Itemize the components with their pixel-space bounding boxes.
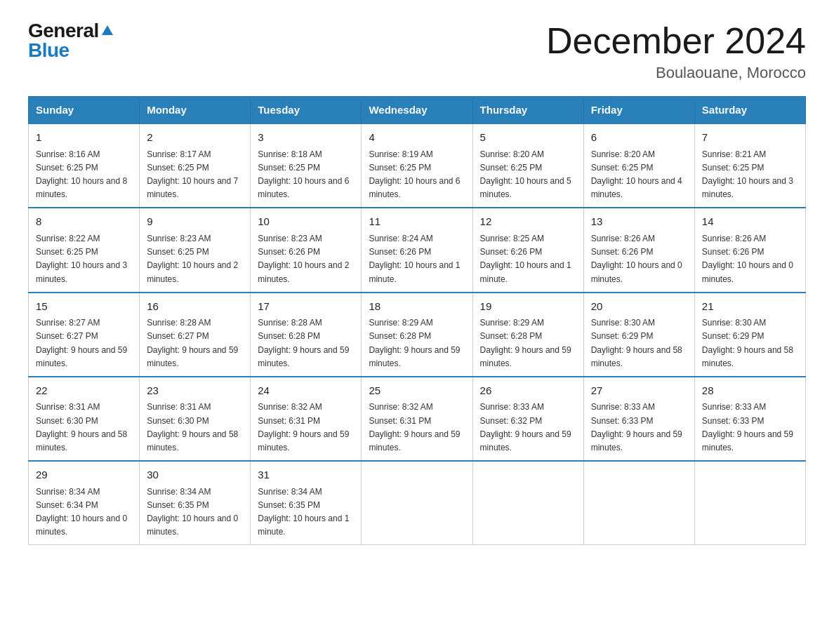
- week-row-2: 8 Sunrise: 8:22 AMSunset: 6:25 PMDayligh…: [29, 208, 806, 292]
- calendar-cell: 9 Sunrise: 8:23 AMSunset: 6:25 PMDayligh…: [140, 208, 251, 292]
- calendar-cell: 28 Sunrise: 8:33 AMSunset: 6:33 PMDaylig…: [694, 377, 805, 461]
- day-info: Sunrise: 8:29 AMSunset: 6:28 PMDaylight:…: [369, 318, 460, 368]
- day-info: Sunrise: 8:31 AMSunset: 6:30 PMDaylight:…: [147, 402, 238, 452]
- day-number: 1: [36, 130, 132, 146]
- calendar-cell: 8 Sunrise: 8:22 AMSunset: 6:25 PMDayligh…: [29, 208, 140, 292]
- day-number: 15: [36, 299, 132, 315]
- calendar-cell: 24 Sunrise: 8:32 AMSunset: 6:31 PMDaylig…: [251, 377, 362, 461]
- calendar-cell: [362, 461, 472, 545]
- header-thursday: Thursday: [472, 97, 583, 124]
- day-info: Sunrise: 8:23 AMSunset: 6:26 PMDaylight:…: [258, 234, 349, 284]
- calendar-cell: 12 Sunrise: 8:25 AMSunset: 6:26 PMDaylig…: [472, 208, 583, 292]
- day-number: 18: [369, 299, 465, 315]
- day-info: Sunrise: 8:33 AMSunset: 6:32 PMDaylight:…: [480, 402, 571, 452]
- day-info: Sunrise: 8:30 AMSunset: 6:29 PMDaylight:…: [591, 318, 682, 368]
- day-info: Sunrise: 8:17 AMSunset: 6:25 PMDaylight:…: [147, 149, 238, 200]
- calendar-cell: 23 Sunrise: 8:31 AMSunset: 6:30 PMDaylig…: [140, 377, 251, 461]
- day-number: 3: [258, 130, 354, 146]
- calendar-cell: 7 Sunrise: 8:21 AMSunset: 6:25 PMDayligh…: [694, 123, 805, 208]
- header-sunday: Sunday: [29, 97, 140, 124]
- day-info: Sunrise: 8:18 AMSunset: 6:25 PMDaylight:…: [258, 149, 349, 200]
- day-info: Sunrise: 8:30 AMSunset: 6:29 PMDaylight:…: [702, 318, 793, 368]
- header-tuesday: Tuesday: [251, 97, 362, 124]
- calendar-cell: 21 Sunrise: 8:30 AMSunset: 6:29 PMDaylig…: [694, 293, 805, 377]
- day-info: Sunrise: 8:29 AMSunset: 6:28 PMDaylight:…: [480, 318, 571, 368]
- day-number: 17: [258, 299, 354, 315]
- calendar-cell: 29 Sunrise: 8:34 AMSunset: 6:34 PMDaylig…: [29, 461, 140, 545]
- day-number: 13: [591, 214, 687, 230]
- calendar-cell: 31 Sunrise: 8:34 AMSunset: 6:35 PMDaylig…: [251, 461, 362, 545]
- calendar-cell: 5 Sunrise: 8:20 AMSunset: 6:25 PMDayligh…: [472, 123, 583, 208]
- calendar-cell: 3 Sunrise: 8:18 AMSunset: 6:25 PMDayligh…: [251, 123, 362, 208]
- day-info: Sunrise: 8:34 AMSunset: 6:35 PMDaylight:…: [147, 487, 238, 537]
- day-number: 24: [258, 383, 354, 399]
- calendar-cell: 10 Sunrise: 8:23 AMSunset: 6:26 PMDaylig…: [251, 208, 362, 292]
- day-info: Sunrise: 8:34 AMSunset: 6:34 PMDaylight:…: [36, 487, 127, 537]
- day-number: 2: [147, 130, 243, 146]
- day-info: Sunrise: 8:16 AMSunset: 6:25 PMDaylight:…: [36, 149, 127, 200]
- day-info: Sunrise: 8:26 AMSunset: 6:26 PMDaylight:…: [702, 234, 793, 284]
- day-number: 23: [147, 383, 243, 399]
- day-number: 8: [36, 214, 132, 230]
- calendar-cell: 2 Sunrise: 8:17 AMSunset: 6:25 PMDayligh…: [140, 123, 251, 208]
- day-number: 29: [36, 467, 132, 483]
- week-row-3: 15 Sunrise: 8:27 AMSunset: 6:27 PMDaylig…: [29, 293, 806, 377]
- calendar-cell: 14 Sunrise: 8:26 AMSunset: 6:26 PMDaylig…: [694, 208, 805, 292]
- day-number: 6: [591, 130, 687, 146]
- calendar-cell: 25 Sunrise: 8:32 AMSunset: 6:31 PMDaylig…: [362, 377, 472, 461]
- page-header: General Blue December 2024 Boulaouane, M…: [28, 21, 806, 82]
- day-number: 31: [258, 467, 354, 483]
- calendar-cell: 19 Sunrise: 8:29 AMSunset: 6:28 PMDaylig…: [472, 293, 583, 377]
- day-info: Sunrise: 8:28 AMSunset: 6:28 PMDaylight:…: [258, 318, 349, 368]
- calendar-cell: 30 Sunrise: 8:34 AMSunset: 6:35 PMDaylig…: [140, 461, 251, 545]
- day-info: Sunrise: 8:31 AMSunset: 6:30 PMDaylight:…: [36, 402, 127, 452]
- day-info: Sunrise: 8:21 AMSunset: 6:25 PMDaylight:…: [702, 149, 793, 200]
- calendar-cell: 6 Sunrise: 8:20 AMSunset: 6:25 PMDayligh…: [583, 123, 694, 208]
- day-number: 19: [480, 299, 576, 315]
- calendar-cell: [472, 461, 583, 545]
- day-number: 7: [702, 130, 798, 146]
- header-row: Sunday Monday Tuesday Wednesday Thursday…: [29, 97, 806, 124]
- week-row-4: 22 Sunrise: 8:31 AMSunset: 6:30 PMDaylig…: [29, 377, 806, 461]
- day-info: Sunrise: 8:24 AMSunset: 6:26 PMDaylight:…: [369, 234, 460, 284]
- day-number: 5: [480, 130, 576, 146]
- day-number: 27: [591, 383, 687, 399]
- header-wednesday: Wednesday: [362, 97, 472, 124]
- day-info: Sunrise: 8:27 AMSunset: 6:27 PMDaylight:…: [36, 318, 127, 368]
- day-info: Sunrise: 8:33 AMSunset: 6:33 PMDaylight:…: [591, 402, 682, 452]
- calendar-cell: 16 Sunrise: 8:28 AMSunset: 6:27 PMDaylig…: [140, 293, 251, 377]
- calendar-cell: 4 Sunrise: 8:19 AMSunset: 6:25 PMDayligh…: [362, 123, 472, 208]
- day-info: Sunrise: 8:34 AMSunset: 6:35 PMDaylight:…: [258, 487, 349, 537]
- day-number: 9: [147, 214, 243, 230]
- logo-general-text: General: [28, 21, 99, 41]
- day-info: Sunrise: 8:28 AMSunset: 6:27 PMDaylight:…: [147, 318, 238, 368]
- day-number: 21: [702, 299, 798, 315]
- calendar-cell: [694, 461, 805, 545]
- day-number: 25: [369, 383, 465, 399]
- calendar-cell: 22 Sunrise: 8:31 AMSunset: 6:30 PMDaylig…: [29, 377, 140, 461]
- day-number: 28: [702, 383, 798, 399]
- header-monday: Monday: [140, 97, 251, 124]
- day-number: 16: [147, 299, 243, 315]
- day-number: 20: [591, 299, 687, 315]
- calendar-cell: 18 Sunrise: 8:29 AMSunset: 6:28 PMDaylig…: [362, 293, 472, 377]
- day-number: 11: [369, 214, 465, 230]
- calendar-cell: 11 Sunrise: 8:24 AMSunset: 6:26 PMDaylig…: [362, 208, 472, 292]
- calendar-cell: 1 Sunrise: 8:16 AMSunset: 6:25 PMDayligh…: [29, 123, 140, 208]
- calendar-table: Sunday Monday Tuesday Wednesday Thursday…: [28, 96, 806, 545]
- logo-blue-text: Blue: [28, 41, 113, 60]
- calendar-cell: [583, 461, 694, 545]
- day-info: Sunrise: 8:20 AMSunset: 6:25 PMDaylight:…: [480, 149, 571, 200]
- day-number: 26: [480, 383, 576, 399]
- calendar-cell: 15 Sunrise: 8:27 AMSunset: 6:27 PMDaylig…: [29, 293, 140, 377]
- header-friday: Friday: [583, 97, 694, 124]
- day-info: Sunrise: 8:23 AMSunset: 6:25 PMDaylight:…: [147, 234, 238, 284]
- calendar-cell: 17 Sunrise: 8:28 AMSunset: 6:28 PMDaylig…: [251, 293, 362, 377]
- week-row-1: 1 Sunrise: 8:16 AMSunset: 6:25 PMDayligh…: [29, 123, 806, 208]
- title-area: December 2024 Boulaouane, Morocco: [546, 21, 806, 82]
- calendar-cell: 26 Sunrise: 8:33 AMSunset: 6:32 PMDaylig…: [472, 377, 583, 461]
- day-number: 14: [702, 214, 798, 230]
- month-title: December 2024: [546, 21, 806, 61]
- location-subtitle: Boulaouane, Morocco: [546, 64, 806, 82]
- day-info: Sunrise: 8:25 AMSunset: 6:26 PMDaylight:…: [480, 234, 571, 284]
